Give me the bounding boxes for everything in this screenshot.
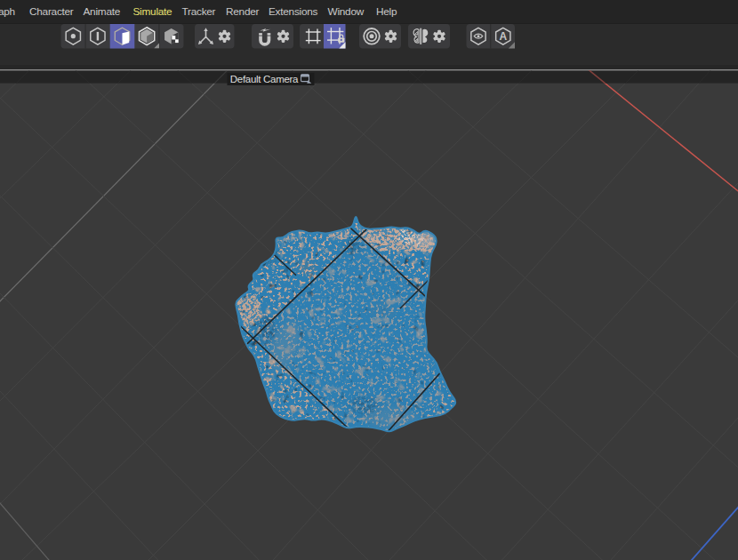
svg-text:aph: aph bbox=[0, 5, 15, 18]
svg-text:Extensions: Extensions bbox=[269, 5, 318, 18]
svg-text:Character: Character bbox=[29, 5, 74, 18]
svg-text:Tracker: Tracker bbox=[182, 5, 216, 18]
svg-text:A: A bbox=[499, 30, 507, 43]
svg-text:Simulate: Simulate bbox=[133, 5, 173, 18]
svg-text:Render: Render bbox=[226, 5, 260, 18]
svg-text:Window: Window bbox=[328, 5, 365, 18]
svg-text:Default Camera: Default Camera bbox=[230, 74, 299, 84]
svg-text:Animate: Animate bbox=[84, 5, 121, 18]
svg-text:Help: Help bbox=[376, 5, 397, 18]
